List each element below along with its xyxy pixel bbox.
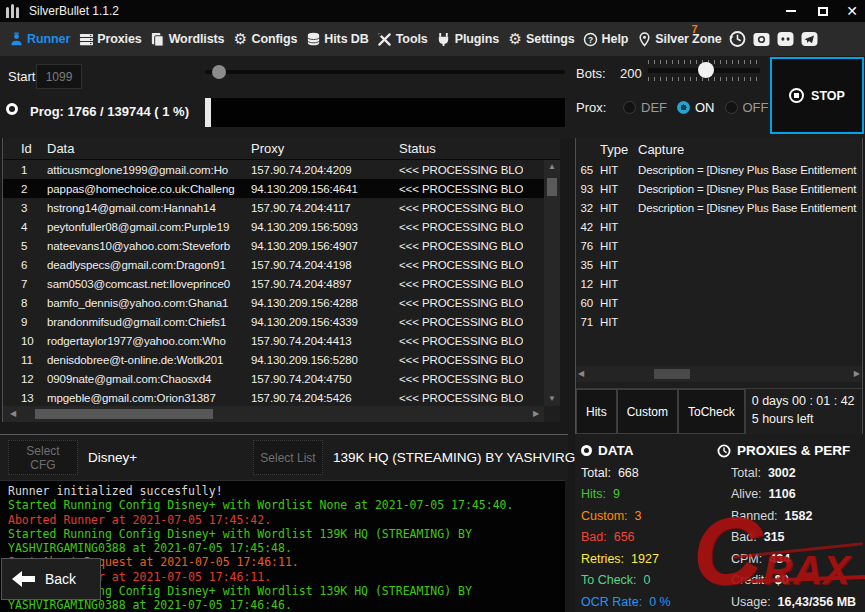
- table-row[interactable]: 7sam0503@comcast.net:Iloveprince0157.90.…: [3, 274, 544, 293]
- minimize-button[interactable]: [775, 0, 807, 22]
- table-row[interactable]: 32HITDescription = [Disney Plus Base Ent…: [576, 198, 862, 217]
- table-row[interactable]: 13mpgeble@gmail.com:Orion31387157.90.74.…: [3, 388, 544, 406]
- close-button[interactable]: ✕: [839, 0, 865, 22]
- prox-radio-off[interactable]: OFF: [725, 100, 769, 115]
- horizontal-scrollbar[interactable]: ◀ ▶: [576, 366, 862, 382]
- config-name: Disney+: [88, 450, 137, 465]
- table-row[interactable]: 12HIT: [576, 274, 862, 293]
- scroll-left-arrow[interactable]: ◀: [5, 406, 21, 422]
- radio-button[interactable]: [725, 101, 738, 114]
- table-row[interactable]: 120909nate@gmail.com:Chaosxd4157.90.74.2…: [3, 369, 544, 388]
- bots-slider-handle[interactable]: [698, 62, 714, 78]
- table-row[interactable]: 93HITDescription = [Disney Plus Base Ent…: [576, 179, 862, 198]
- table-row[interactable]: 11denisdobree@t-online.de:Wotlk20194.130…: [3, 350, 544, 369]
- menu-item-proxies[interactable]: Proxies: [74, 22, 145, 56]
- start-slider[interactable]: [205, 70, 565, 74]
- cell-type: HIT: [593, 240, 635, 252]
- scrollbar-thumb[interactable]: [547, 178, 557, 196]
- cell-data: 0909nate@gmail.com:Chaosxd4: [47, 373, 251, 385]
- menu-item-settings[interactable]: ⚙Settings: [503, 22, 579, 56]
- cell-data: mpgeble@gmail.com:Orion31387: [47, 392, 251, 404]
- start-slider-handle[interactable]: [212, 65, 226, 79]
- menu-item-wordlists[interactable]: Wordlists: [146, 22, 229, 56]
- scroll-up-arrow[interactable]: ▲: [544, 160, 560, 174]
- tab-hits-button[interactable]: Hits: [576, 389, 617, 434]
- menu-item-label: Settings: [526, 32, 575, 46]
- menu-item-label: Proxies: [97, 32, 141, 46]
- table-row[interactable]: 10rodgertaylor1977@yahoo.com:Who157.90.7…: [3, 331, 544, 350]
- menu-item-runner[interactable]: Runner: [4, 22, 74, 56]
- stat-value: 434: [769, 552, 790, 566]
- maximize-button[interactable]: [807, 0, 839, 22]
- back-button[interactable]: Back: [1, 558, 101, 600]
- cell-id: 5: [3, 240, 47, 252]
- table-row[interactable]: 35HIT: [576, 255, 862, 274]
- cell-type: HIT: [593, 202, 635, 214]
- stat-value: 656: [614, 530, 635, 544]
- prox-radio-def[interactable]: DEF: [623, 100, 667, 115]
- menu-item-tools[interactable]: Tools: [373, 22, 432, 56]
- menu-bar: RunnerProxiesWordlists⚙ConfigsHits DBToo…: [0, 22, 865, 56]
- select-cfg-button[interactable]: Select CFG: [8, 440, 78, 475]
- stat-label: Usage:: [731, 595, 771, 609]
- history-icon[interactable]: [727, 29, 748, 49]
- table-row[interactable]: 65HITDescription = [Disney Plus Base Ent…: [576, 160, 862, 179]
- cell-id: 9: [3, 316, 47, 328]
- stat-value: 9: [613, 487, 620, 501]
- cell-status: <<< PROCESSING BLOCK: [399, 373, 523, 385]
- cell-id: 13: [3, 392, 47, 404]
- column-header-id[interactable]: Id: [3, 141, 47, 156]
- telegram-icon[interactable]: [799, 29, 820, 49]
- cell-data: sam0503@comcast.net:Iloveprince0: [47, 278, 251, 290]
- camera-icon[interactable]: [751, 29, 772, 49]
- scroll-down-arrow[interactable]: ▼: [544, 392, 560, 406]
- scroll-right-arrow[interactable]: ▶: [528, 406, 544, 422]
- start-input[interactable]: [36, 64, 82, 89]
- prox-radio-group: DEFONOFF: [623, 100, 769, 115]
- table-row[interactable]: 42HIT: [576, 217, 862, 236]
- stat-line: Credit:$0: [731, 573, 863, 587]
- select-list-button[interactable]: Select List: [253, 440, 323, 475]
- vertical-scrollbar[interactable]: ▲ ▼: [544, 160, 560, 406]
- scrollbar-thumb[interactable]: [35, 409, 213, 419]
- cell-status: <<< PROCESSING BLOCK: [399, 335, 523, 347]
- scrollbar-thumb[interactable]: [654, 369, 690, 379]
- table-row[interactable]: 6deadlyspecs@gmail.com:Dragon91157.90.74…: [3, 255, 544, 274]
- cell-data: brandonmifsud@gmail.com:Chiefs1: [47, 316, 251, 328]
- radio-button[interactable]: [677, 101, 690, 114]
- table-row[interactable]: 60HIT: [576, 293, 862, 312]
- table-row[interactable]: 3hstrong14@gmail.com:Hannah14157.90.74.2…: [3, 198, 544, 217]
- prox-radio-on[interactable]: ON: [677, 100, 715, 115]
- discord-icon[interactable]: [775, 29, 796, 49]
- scroll-left-arrow[interactable]: ◀: [578, 366, 584, 382]
- menu-items: RunnerProxiesWordlists⚙ConfigsHits DBToo…: [4, 22, 726, 56]
- perf-stats: Total:3002Alive:1106Banned:1582Bad:315CP…: [731, 466, 863, 609]
- column-header-proxy[interactable]: Proxy: [251, 141, 399, 156]
- menu-item-configs[interactable]: ⚙Configs: [228, 22, 301, 56]
- column-header-capture[interactable]: Capture: [635, 142, 862, 157]
- radio-button[interactable]: [623, 101, 636, 114]
- table-row[interactable]: 76HIT: [576, 236, 862, 255]
- tab-custom-button[interactable]: Custom: [617, 389, 678, 434]
- capture-panel: Type Capture 65HITDescription = [Disney …: [575, 138, 863, 434]
- menu-item-help[interactable]: ?Help: [579, 22, 633, 56]
- stat-line: Retries:1927: [581, 552, 711, 566]
- menu-item-hits-db[interactable]: Hits DB: [301, 22, 372, 56]
- table-row[interactable]: 4peytonfuller08@gmail.com:Purple1994.130…: [3, 217, 544, 236]
- column-header-status[interactable]: Status: [399, 141, 523, 156]
- stop-button[interactable]: STOP: [770, 57, 864, 134]
- column-header-data[interactable]: Data: [47, 141, 251, 156]
- menu-item-silver-zone[interactable]: Silver Zone7: [632, 22, 725, 56]
- table-row[interactable]: 8bamfo_dennis@yahoo.com:Ghana194.130.209…: [3, 293, 544, 312]
- scroll-right-arrow[interactable]: ▶: [854, 366, 860, 382]
- column-header-type[interactable]: Type: [593, 142, 635, 157]
- horizontal-scrollbar[interactable]: ◀ ▶: [3, 406, 544, 422]
- bots-slider[interactable]: [648, 68, 760, 73]
- menu-item-plugins[interactable]: Plugins: [432, 22, 503, 56]
- table-row[interactable]: 9brandonmifsud@gmail.com:Chiefs194.130.2…: [3, 312, 544, 331]
- table-row[interactable]: 5nateevans10@yahoo.com:Steveforb94.130.2…: [3, 236, 544, 255]
- table-row[interactable]: 2pappas@homechoice.co.uk:Challeng94.130.…: [3, 179, 544, 198]
- table-row[interactable]: 1atticusmcglone1999@gmail.com:Ho157.90.7…: [3, 160, 544, 179]
- table-row[interactable]: 71HIT: [576, 312, 862, 331]
- tab-tocheck-button[interactable]: ToCheck: [678, 389, 745, 434]
